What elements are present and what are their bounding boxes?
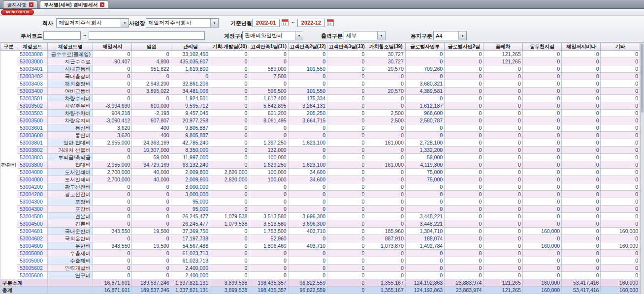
account-code-cell[interactable]: 53005000 [17, 257, 48, 265]
column-header[interactable]: 고객만족1팀(J1) [249, 43, 288, 51]
account-code-cell[interactable]: 53004500 [17, 213, 48, 220]
calendar-icon[interactable] [282, 19, 289, 26]
table-row[interactable]: 53005600연구비002,400,00000000000000 [0, 272, 640, 279]
table-row[interactable]: 53003501차량수리비001,924,50101,617,400175,33… [0, 95, 640, 102]
column-header[interactable]: 고객만족3팀(J3) [327, 43, 366, 51]
table-row[interactable]: 53004300포장비0095,00000000000000 [0, 198, 640, 206]
account-code-cell[interactable]: 53004000 [17, 176, 48, 183]
column-header[interactable]: 고객만족2팀(J2) [288, 43, 327, 51]
table-row[interactable]: 53005000수출제비0061,023,71300000000000 [0, 257, 640, 265]
column-header[interactable]: 제일저지 [93, 43, 132, 51]
table-row[interactable]: 53003400여비교통비03,895,02234,481,0060596,50… [0, 88, 640, 95]
period-from-input[interactable]: 2022-01 [252, 19, 280, 27]
column-header[interactable]: 기획.개발팀(J0) [210, 43, 249, 51]
table-row[interactable]: 53003802거래처 선물비010,307,0008,350,0000132,… [0, 147, 640, 154]
close-icon[interactable]: × [29, 2, 33, 7]
table-row[interactable]: 53003402국내출장비00007,500000000000 [0, 73, 640, 80]
column-header[interactable]: 계정코드 [17, 43, 48, 51]
account-code-cell[interactable]: 53004000 [17, 169, 48, 176]
vertical-scrollbar[interactable] [640, 43, 644, 294]
table-row[interactable]: 53003503차량주차비904,218-2,1939,457,0450601,… [0, 110, 640, 117]
scrollbar-thumb[interactable] [641, 44, 644, 113]
account-code-cell[interactable]: 53004300 [17, 206, 48, 213]
column-header[interactable]: 기타 [601, 43, 640, 51]
paper-type-select[interactable]: A4 ▼ [433, 31, 467, 40]
account-code-cell[interactable]: 53004500 [17, 220, 48, 228]
close-icon[interactable]: × [100, 2, 104, 7]
account-code-cell[interactable]: 53003402 [17, 73, 48, 80]
table-row[interactable]: 53004601국내운반비343,55019,50037,369,75001,7… [0, 228, 640, 235]
value-cell: 34,481,006 [171, 88, 210, 95]
table-row[interactable]: 53003403해외출장비02,943,20032,861,206000003,… [0, 80, 640, 88]
table-row[interactable]: 53003601통신비3,6204009,805,88700000000000 [0, 124, 640, 132]
account-code-cell[interactable]: 53003600 [17, 132, 48, 139]
account-code-cell[interactable]: 53004602 [17, 235, 48, 242]
account-code-cell[interactable]: 53004600 [17, 242, 48, 250]
account-code-cell[interactable]: 53003401 [17, 65, 48, 73]
output-type-select[interactable]: 세부 ▼ [344, 31, 386, 40]
tab-expense-report[interactable]: 부서별(세목) 경비명세서 × [40, 0, 108, 8]
account-code-cell[interactable]: 53003803 [17, 154, 48, 161]
calendar-icon[interactable] [327, 19, 334, 26]
table-row[interactable]: 53004500견본비0026,245,4771,079,5383,513,58… [0, 220, 640, 228]
account-code-cell[interactable]: 53004601 [17, 228, 48, 235]
account-code-cell[interactable]: 53003800 [17, 161, 48, 169]
column-header[interactable]: 계정코드명 [48, 43, 93, 51]
column-header[interactable]: 구분 [0, 43, 17, 51]
company-select[interactable]: 제일저지주식회사 ▼ [56, 18, 129, 28]
table-row[interactable]: 53003800접대비2,955,00034,729,16963,132,240… [0, 161, 640, 169]
account-type-select[interactable]: 판매비와일반비 ▼ [242, 31, 303, 40]
account-code-cell[interactable]: 53003000 [17, 58, 48, 65]
table-row[interactable]: 53004500견본비0026,245,4771,079,5383,513,58… [0, 213, 640, 220]
account-code-cell[interactable]: 53003801 [17, 139, 48, 147]
workplace-select[interactable]: 제일저지주식회사 ▼ [146, 18, 219, 28]
column-header[interactable]: 가치창조팀(J9) [366, 43, 405, 51]
table-row[interactable]: 53004300포장비0095,00000000000000 [0, 206, 640, 213]
output-type-label: 출력구분 [321, 32, 343, 40]
column-header[interactable]: 관리팀 [171, 43, 210, 51]
account-code-cell[interactable]: 53003500 [17, 117, 48, 124]
account-code-cell[interactable]: 53003502 [17, 102, 48, 110]
table-row[interactable]: 53003600통신비3,6204009,805,88700000000000 [0, 132, 640, 139]
table-row[interactable]: 53003500차량유지비-3,090,412607,80720,977,258… [0, 117, 640, 124]
account-code-cell[interactable]: 53004300 [17, 198, 48, 206]
column-header[interactable]: 글로벌사업2팀 [445, 43, 483, 51]
tab-notice[interactable]: 공지사항 × [3, 0, 37, 8]
period-to-input[interactable]: 2022-12 [297, 19, 325, 27]
account-code-cell[interactable]: 53003503 [17, 110, 48, 117]
table-row[interactable]: 53003803부의금/축의금059,00011,997,0000100,000… [0, 154, 640, 161]
dept-code-to-input[interactable] [89, 31, 205, 40]
account-code-cell[interactable]: 53003403 [17, 80, 48, 88]
table-row[interactable]: 53003401시내교통비0951,8221,619,8000589,00010… [0, 65, 640, 73]
account-code-cell[interactable]: 53005600 [17, 272, 48, 279]
table-row[interactable]: 53005000수출제비0061,023,71300000000000 [0, 250, 640, 257]
table-row[interactable]: 판관비53003008급수수료(클레임)0033,102,450000030,7… [0, 51, 640, 58]
column-header[interactable]: 제일저지비나 [562, 43, 601, 51]
table-row[interactable]: 53003000지급수수료-90,4074,800435,035,6070000… [0, 58, 640, 65]
account-code-cell[interactable]: 53004200 [17, 191, 48, 198]
column-header[interactable]: 플레차 [483, 43, 522, 51]
table-row[interactable]: 53004602국외운반비0017,197,738052,96000887,91… [0, 235, 640, 242]
dept-code-from-input[interactable] [43, 31, 81, 40]
table-row[interactable]: 53004600운반비343,55019,50054,567,48801,806… [0, 242, 640, 250]
account-code-cell[interactable]: 53003601 [17, 124, 48, 132]
account-code-cell[interactable]: 53005000 [17, 250, 48, 257]
menu-open-button[interactable]: MENU OPEN [1, 9, 34, 15]
column-header[interactable]: 임원 [132, 43, 171, 51]
account-code-cell[interactable]: 53003008 [17, 51, 48, 58]
table-row[interactable]: 53004000도서인쇄비2,700,00040,0002,009,8002,8… [0, 176, 640, 183]
table-row[interactable]: 53003801일반 접대비2,955,00024,363,16942,785,… [0, 139, 640, 147]
account-code-cell[interactable]: 53003501 [17, 95, 48, 102]
table-row[interactable]: 53003502차량주유비-3,994,630610,0009,595,7120… [0, 102, 640, 110]
account-code-cell[interactable]: 53004200 [17, 183, 48, 191]
table-row[interactable]: 53004000도서인쇄비2,700,00040,0002,009,8002,8… [0, 169, 640, 176]
column-header[interactable]: 동두천지점 [522, 43, 561, 51]
account-code-cell[interactable]: 53003802 [17, 147, 48, 154]
account-code-cell[interactable]: 53003400 [17, 88, 48, 95]
header-row: 구분계정코드계정코드명제일저지임원관리팀기획.개발팀(J0)고객만족1팀(J1)… [0, 43, 640, 51]
table-row[interactable]: 53004200광고선전비003,000,00000000000000 [0, 191, 640, 198]
account-code-cell[interactable]: 53005602 [17, 265, 48, 272]
column-header[interactable]: 글로벌사업부 [405, 43, 444, 51]
table-row[interactable]: 53004200광고선전비003,000,00000000000000 [0, 183, 640, 191]
table-row[interactable]: 53005602인력개발비002,400,00000000000000 [0, 265, 640, 272]
